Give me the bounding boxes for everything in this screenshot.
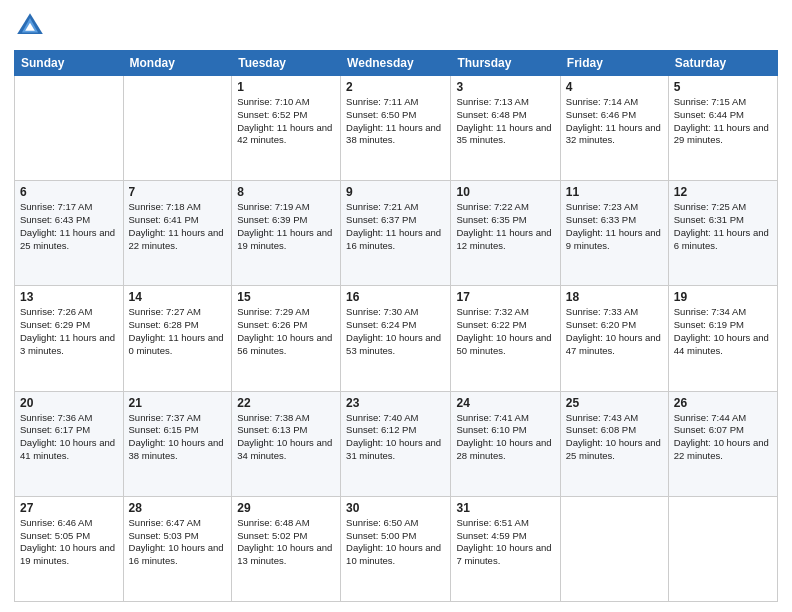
day-number: 11: [566, 185, 663, 199]
day-number: 5: [674, 80, 772, 94]
day-info: Sunrise: 7:14 AM Sunset: 6:46 PM Dayligh…: [566, 96, 663, 147]
day-info: Sunrise: 7:17 AM Sunset: 6:43 PM Dayligh…: [20, 201, 118, 252]
day-info: Sunrise: 6:48 AM Sunset: 5:02 PM Dayligh…: [237, 517, 335, 568]
day-info: Sunrise: 7:27 AM Sunset: 6:28 PM Dayligh…: [129, 306, 227, 357]
weekday-header-sunday: Sunday: [15, 51, 124, 76]
calendar-cell: 10Sunrise: 7:22 AM Sunset: 6:35 PM Dayli…: [451, 181, 560, 286]
day-info: Sunrise: 7:11 AM Sunset: 6:50 PM Dayligh…: [346, 96, 445, 147]
day-number: 23: [346, 396, 445, 410]
calendar-cell: 14Sunrise: 7:27 AM Sunset: 6:28 PM Dayli…: [123, 286, 232, 391]
week-row-4: 20Sunrise: 7:36 AM Sunset: 6:17 PM Dayli…: [15, 391, 778, 496]
day-info: Sunrise: 7:29 AM Sunset: 6:26 PM Dayligh…: [237, 306, 335, 357]
calendar-table: SundayMondayTuesdayWednesdayThursdayFrid…: [14, 50, 778, 602]
day-info: Sunrise: 7:33 AM Sunset: 6:20 PM Dayligh…: [566, 306, 663, 357]
calendar-cell: [15, 76, 124, 181]
day-number: 12: [674, 185, 772, 199]
calendar-cell: 4Sunrise: 7:14 AM Sunset: 6:46 PM Daylig…: [560, 76, 668, 181]
logo: [14, 10, 50, 42]
day-number: 9: [346, 185, 445, 199]
day-number: 14: [129, 290, 227, 304]
day-info: Sunrise: 7:41 AM Sunset: 6:10 PM Dayligh…: [456, 412, 554, 463]
day-number: 7: [129, 185, 227, 199]
day-number: 27: [20, 501, 118, 515]
day-info: Sunrise: 7:34 AM Sunset: 6:19 PM Dayligh…: [674, 306, 772, 357]
calendar-cell: [668, 496, 777, 601]
day-info: Sunrise: 7:10 AM Sunset: 6:52 PM Dayligh…: [237, 96, 335, 147]
day-number: 25: [566, 396, 663, 410]
calendar-cell: 1Sunrise: 7:10 AM Sunset: 6:52 PM Daylig…: [232, 76, 341, 181]
calendar-cell: 2Sunrise: 7:11 AM Sunset: 6:50 PM Daylig…: [341, 76, 451, 181]
day-info: Sunrise: 7:43 AM Sunset: 6:08 PM Dayligh…: [566, 412, 663, 463]
week-row-5: 27Sunrise: 6:46 AM Sunset: 5:05 PM Dayli…: [15, 496, 778, 601]
week-row-3: 13Sunrise: 7:26 AM Sunset: 6:29 PM Dayli…: [15, 286, 778, 391]
calendar-cell: 13Sunrise: 7:26 AM Sunset: 6:29 PM Dayli…: [15, 286, 124, 391]
day-info: Sunrise: 7:36 AM Sunset: 6:17 PM Dayligh…: [20, 412, 118, 463]
calendar-cell: 28Sunrise: 6:47 AM Sunset: 5:03 PM Dayli…: [123, 496, 232, 601]
calendar-cell: 8Sunrise: 7:19 AM Sunset: 6:39 PM Daylig…: [232, 181, 341, 286]
calendar-cell: 30Sunrise: 6:50 AM Sunset: 5:00 PM Dayli…: [341, 496, 451, 601]
day-number: 30: [346, 501, 445, 515]
calendar-cell: 29Sunrise: 6:48 AM Sunset: 5:02 PM Dayli…: [232, 496, 341, 601]
calendar-cell: [123, 76, 232, 181]
day-number: 15: [237, 290, 335, 304]
day-number: 8: [237, 185, 335, 199]
day-info: Sunrise: 7:22 AM Sunset: 6:35 PM Dayligh…: [456, 201, 554, 252]
day-number: 31: [456, 501, 554, 515]
day-number: 18: [566, 290, 663, 304]
weekday-header-monday: Monday: [123, 51, 232, 76]
day-info: Sunrise: 7:13 AM Sunset: 6:48 PM Dayligh…: [456, 96, 554, 147]
calendar-cell: 17Sunrise: 7:32 AM Sunset: 6:22 PM Dayli…: [451, 286, 560, 391]
day-number: 6: [20, 185, 118, 199]
day-number: 3: [456, 80, 554, 94]
calendar-cell: 5Sunrise: 7:15 AM Sunset: 6:44 PM Daylig…: [668, 76, 777, 181]
day-info: Sunrise: 7:21 AM Sunset: 6:37 PM Dayligh…: [346, 201, 445, 252]
day-info: Sunrise: 6:50 AM Sunset: 5:00 PM Dayligh…: [346, 517, 445, 568]
page: SundayMondayTuesdayWednesdayThursdayFrid…: [0, 0, 792, 612]
week-row-1: 1Sunrise: 7:10 AM Sunset: 6:52 PM Daylig…: [15, 76, 778, 181]
day-number: 16: [346, 290, 445, 304]
day-info: Sunrise: 7:37 AM Sunset: 6:15 PM Dayligh…: [129, 412, 227, 463]
day-number: 13: [20, 290, 118, 304]
day-number: 29: [237, 501, 335, 515]
day-info: Sunrise: 7:44 AM Sunset: 6:07 PM Dayligh…: [674, 412, 772, 463]
weekday-header-thursday: Thursday: [451, 51, 560, 76]
day-info: Sunrise: 7:18 AM Sunset: 6:41 PM Dayligh…: [129, 201, 227, 252]
calendar-cell: 31Sunrise: 6:51 AM Sunset: 4:59 PM Dayli…: [451, 496, 560, 601]
day-info: Sunrise: 7:15 AM Sunset: 6:44 PM Dayligh…: [674, 96, 772, 147]
calendar-cell: 15Sunrise: 7:29 AM Sunset: 6:26 PM Dayli…: [232, 286, 341, 391]
weekday-header-wednesday: Wednesday: [341, 51, 451, 76]
weekday-header-tuesday: Tuesday: [232, 51, 341, 76]
calendar-cell: 26Sunrise: 7:44 AM Sunset: 6:07 PM Dayli…: [668, 391, 777, 496]
day-info: Sunrise: 6:46 AM Sunset: 5:05 PM Dayligh…: [20, 517, 118, 568]
day-number: 17: [456, 290, 554, 304]
calendar-cell: 18Sunrise: 7:33 AM Sunset: 6:20 PM Dayli…: [560, 286, 668, 391]
day-info: Sunrise: 7:32 AM Sunset: 6:22 PM Dayligh…: [456, 306, 554, 357]
day-info: Sunrise: 7:25 AM Sunset: 6:31 PM Dayligh…: [674, 201, 772, 252]
calendar-cell: [560, 496, 668, 601]
calendar-cell: 11Sunrise: 7:23 AM Sunset: 6:33 PM Dayli…: [560, 181, 668, 286]
calendar-cell: 16Sunrise: 7:30 AM Sunset: 6:24 PM Dayli…: [341, 286, 451, 391]
day-info: Sunrise: 7:23 AM Sunset: 6:33 PM Dayligh…: [566, 201, 663, 252]
calendar-cell: 7Sunrise: 7:18 AM Sunset: 6:41 PM Daylig…: [123, 181, 232, 286]
day-info: Sunrise: 7:38 AM Sunset: 6:13 PM Dayligh…: [237, 412, 335, 463]
calendar-cell: 9Sunrise: 7:21 AM Sunset: 6:37 PM Daylig…: [341, 181, 451, 286]
day-number: 20: [20, 396, 118, 410]
day-number: 24: [456, 396, 554, 410]
calendar-cell: 22Sunrise: 7:38 AM Sunset: 6:13 PM Dayli…: [232, 391, 341, 496]
day-number: 21: [129, 396, 227, 410]
day-number: 28: [129, 501, 227, 515]
day-number: 19: [674, 290, 772, 304]
day-info: Sunrise: 7:19 AM Sunset: 6:39 PM Dayligh…: [237, 201, 335, 252]
calendar-cell: 21Sunrise: 7:37 AM Sunset: 6:15 PM Dayli…: [123, 391, 232, 496]
calendar-cell: 3Sunrise: 7:13 AM Sunset: 6:48 PM Daylig…: [451, 76, 560, 181]
day-number: 1: [237, 80, 335, 94]
header: [14, 10, 778, 42]
week-row-2: 6Sunrise: 7:17 AM Sunset: 6:43 PM Daylig…: [15, 181, 778, 286]
day-number: 2: [346, 80, 445, 94]
calendar-cell: 6Sunrise: 7:17 AM Sunset: 6:43 PM Daylig…: [15, 181, 124, 286]
weekday-header-friday: Friday: [560, 51, 668, 76]
weekday-header-row: SundayMondayTuesdayWednesdayThursdayFrid…: [15, 51, 778, 76]
calendar-cell: 24Sunrise: 7:41 AM Sunset: 6:10 PM Dayli…: [451, 391, 560, 496]
day-number: 26: [674, 396, 772, 410]
day-info: Sunrise: 6:51 AM Sunset: 4:59 PM Dayligh…: [456, 517, 554, 568]
